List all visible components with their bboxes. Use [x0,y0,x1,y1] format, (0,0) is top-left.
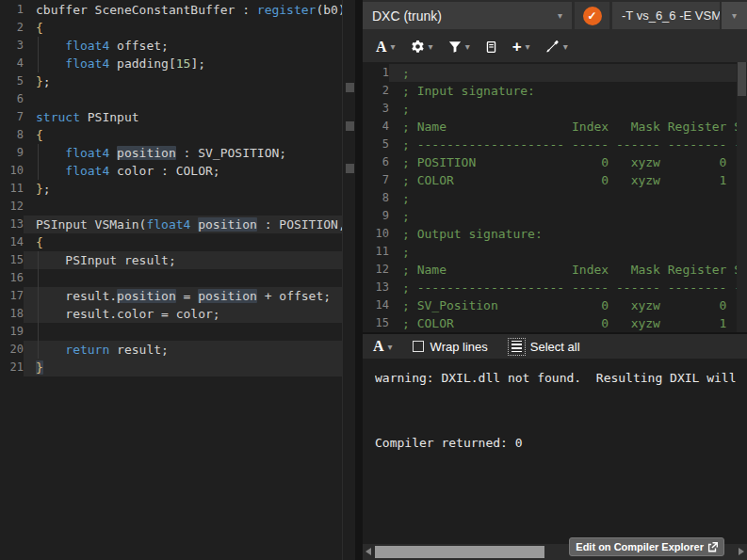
tools-button[interactable]: ▾ [538,36,576,57]
token: = [176,289,198,303]
code-line[interactable]: 8{ [0,126,355,144]
token: register [257,3,317,17]
asm-line[interactable]: 5; -------------------- ----- ------ ---… [363,136,747,153]
code-line[interactable]: 9 float4 position : SV_POSITION; [0,144,355,162]
code-line[interactable]: 14{ [0,233,355,251]
code-line[interactable]: 17 result.position = position + offset; [0,287,355,305]
libraries-button[interactable] [478,37,505,57]
wrap-lines-label: Wrap lines [430,340,488,354]
asm-line[interactable]: 15; COLOR 0 xyzw 1 [363,314,747,332]
pane-splitter-vertical[interactable] [355,0,363,560]
compiler-header: DXC (trunk) ▾ ✓ -T vs_6_6 -E VSM ▾ [363,0,747,31]
horizontal-scrollbar-thumb[interactable] [375,546,544,558]
output-font-size-button[interactable]: A ▾ [371,337,395,356]
filter-glyph [448,40,462,54]
compiler-picker[interactable]: DXC (trunk) ▾ [363,2,572,29]
asm-output-editor[interactable]: 1;2; Input signature:3;4; Name Index Mas… [363,62,747,332]
asm-text: ; [389,243,737,261]
filter-button[interactable]: ▾ [441,37,478,57]
code-line[interactable]: 1cbuffer SceneConstantBuffer : register(… [0,1,355,19]
asm-text: ; COLOR 0 xyzw 1 [389,314,737,332]
scroll-right-arrow-icon[interactable] [739,548,744,555]
token: ; [43,182,51,196]
code-text: cbuffer SceneConstantBuffer : register(b… [24,1,342,19]
asm-vertical-scrollbar[interactable] [737,62,747,332]
code-line[interactable]: 7struct PSInput [0,108,355,126]
settings-button[interactable]: ▾ [403,36,441,57]
asm-line[interactable]: 6; POSITION 0 xyzw 0 [363,153,747,171]
compiler-options-input[interactable]: -T vs_6_6 -E VSM [612,2,720,29]
asm-text: ; Output signature: [389,225,737,243]
asm-line[interactable]: 14; SV_Position 0 xyzw 0 [363,296,747,314]
code-line[interactable]: 12 [0,198,355,216]
line-number: 12 [363,261,389,279]
asm-line[interactable]: 1; [363,64,747,82]
code-line[interactable]: 21} [0,359,355,376]
asm-line[interactable]: 13; -------------------- ----- ------ --… [363,279,747,296]
token: return [65,343,109,357]
compiler-stdout[interactable]: warning: DXIL.dll not found. Resulting D… [363,359,747,544]
compiler-column: DXC (trunk) ▾ ✓ -T vs_6_6 -E VSM ▾ A▾▾▾+… [363,0,747,560]
token: result; [109,343,169,357]
code-line[interactable]: 20 return result; [0,341,355,359]
code-text: { [24,126,342,144]
asm-scrollbar-thumb[interactable] [738,62,746,96]
options-dropdown-button[interactable]: ▾ [722,2,747,29]
code-text: PSInput VSMain(float4 position : POSITIO… [24,216,342,233]
code-line[interactable]: 5}; [0,72,355,90]
asm-line[interactable]: 4; Name Index Mask Register Sys [363,118,747,136]
asm-line[interactable]: 2; Input signature: [363,82,747,100]
token [109,146,117,160]
asm-line[interactable]: 9; [363,207,747,225]
token: position [198,217,257,232]
asm-line[interactable]: 7; COLOR 0 xyzw 1 [363,171,747,189]
indent-guide [38,251,39,269]
asm-line[interactable]: 10; Output signature: [363,225,747,243]
code-text [24,198,342,216]
asm-text: ; [389,207,737,225]
select-all-icon[interactable] [510,340,524,354]
token: color : COLOR; [109,164,219,178]
ruler-marker [346,121,354,131]
scroll-left-arrow-icon[interactable] [365,548,371,555]
source-editor[interactable]: 1cbuffer SceneConstantBuffer : register(… [0,0,355,560]
add-pane-button[interactable]: +▾ [505,35,538,59]
token [36,164,65,178]
asm-line[interactable]: 11; [363,243,747,261]
code-line[interactable]: 6 [0,90,355,108]
code-line[interactable]: 13PSInput VSMain(float4 position : POSIT… [0,216,355,233]
asm-line[interactable]: 3; [363,100,747,118]
tools-glyph [545,40,560,54]
asm-lines[interactable]: 1;2; Input signature:3;4; Name Index Mas… [363,62,747,332]
asm-line[interactable]: 8; [363,189,747,207]
compile-status-button[interactable]: ✓ [575,2,609,29]
code-line[interactable]: 15 PSInput result; [0,251,355,269]
libraries-glyph [485,40,497,54]
source-code-lines[interactable]: 1cbuffer SceneConstantBuffer : register(… [0,0,355,376]
wrap-lines-checkbox[interactable] [413,341,424,352]
asm-text: ; [389,100,737,118]
code-line[interactable]: 11}; [0,180,355,198]
code-text [24,90,342,108]
indent-guide [38,323,39,341]
code-line[interactable]: 16 [0,269,355,287]
select-all-label[interactable]: Select all [530,340,580,354]
token [36,39,65,53]
edit-on-compiler-explorer-link[interactable]: Edit on Compiler Explorer [569,537,724,556]
code-line[interactable]: 2{ [0,19,355,37]
line-number: 3 [0,37,24,55]
tools-icon [545,40,560,54]
asm-line[interactable]: 12; Name Index Mask Register Sys [363,261,747,279]
overview-ruler[interactable] [342,0,355,560]
chevron-down-icon: ▾ [429,41,433,52]
code-line[interactable]: 4 float4 padding[15]; [0,55,355,72]
output-toolbar: A ▾ Wrap lines Select all [363,334,747,359]
font-size-button[interactable]: A▾ [368,35,403,59]
code-line[interactable]: 10 float4 color : COLOR; [0,162,355,180]
code-line[interactable]: 18 result.color = color; [0,305,355,323]
code-line[interactable]: 3 float4 offset; [0,37,355,55]
line-number: 4 [0,55,24,72]
asm-text: ; COLOR 0 xyzw 1 [389,171,737,189]
code-line[interactable]: 19 [0,323,355,341]
token: { [36,128,43,142]
